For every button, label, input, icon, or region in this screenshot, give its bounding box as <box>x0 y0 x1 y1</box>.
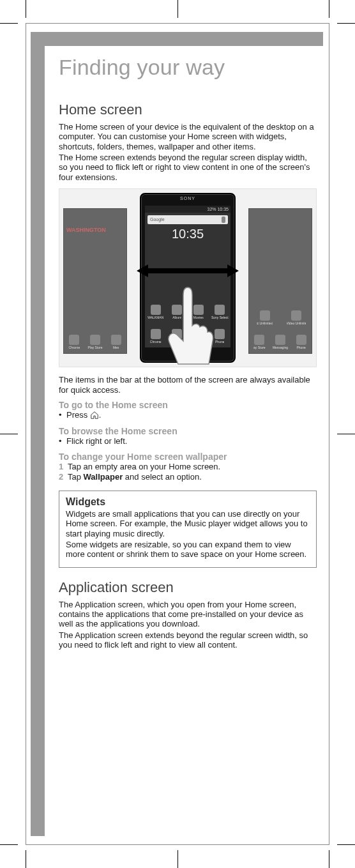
page-title: Finding your way <box>59 55 317 80</box>
right-top-app-0: ic Unlimited <box>257 321 273 325</box>
wallpaper-step-2: 2Tap Wallpaper and select an option. <box>59 472 317 482</box>
right-app-1: Messaging <box>273 346 288 349</box>
app-screen-para-2: The Application screen extends beyond th… <box>59 630 317 650</box>
app-r1-2: Movies <box>193 316 204 319</box>
goto-home-prefix: Press <box>66 410 90 420</box>
app-r1-3: Sony Select <box>211 316 229 319</box>
phone-search-bar: Google <box>147 215 228 224</box>
app-r1-0: WALKMAN <box>147 316 163 319</box>
browse-home-step: Flick right or left. <box>59 436 317 446</box>
left-app-2: Mes <box>113 346 119 349</box>
svg-marker-0 <box>137 264 239 277</box>
accent-bar-vertical <box>31 32 45 836</box>
swipe-arrows-icon <box>137 264 239 277</box>
right-top-app-1: Video Unlimited <box>287 321 306 325</box>
app-r2-2: Messaging <box>191 340 206 344</box>
home-screen-para-2: The Home screen extends beyond the regul… <box>59 153 317 182</box>
right-app-2: Phone <box>296 346 305 349</box>
illustration-right-panel: ic Unlimited Video Unlimited ay Store Me… <box>248 208 312 354</box>
browse-home-heading: To browse the Home screen <box>59 426 317 436</box>
illustration-caption: The items in the bar at the bottom of th… <box>59 375 317 395</box>
home-icon <box>90 411 99 420</box>
wallpaper-step-1: 1Tap an empty area on your Home screen. <box>59 462 317 472</box>
goto-home-step: Press . <box>59 410 317 420</box>
widgets-para-2: Some widgets are resizable, so you can e… <box>66 540 310 560</box>
illustration-phone: SONY 32% 10:35 Google 10:35 WALKMAN Albu… <box>140 193 236 363</box>
widgets-heading: Widgets <box>66 496 310 508</box>
illustration-left-label: WASHINGTON <box>66 227 106 233</box>
left-app-0: Chrome <box>68 346 80 349</box>
goto-home-heading: To go to the Home screen <box>59 400 317 410</box>
widgets-box: Widgets Widgets are small applications t… <box>59 491 317 568</box>
phone-brand: SONY <box>141 196 234 201</box>
content-area: Finding your way Home screen The Home sc… <box>59 55 317 830</box>
widgets-para-1: Widgets are small applications that you … <box>66 509 310 538</box>
microphone-icon <box>222 217 225 223</box>
app-screen-heading: Application screen <box>59 579 317 596</box>
accent-bar-horizontal <box>31 32 323 46</box>
app-screen-para-1: The Application screen, which you open f… <box>59 600 317 629</box>
app-r2-1: Play Store <box>170 340 185 344</box>
app-r1-1: Album <box>172 316 181 319</box>
app-r2-0: Chrome <box>150 340 162 344</box>
phone-search-label: Google <box>150 217 165 222</box>
app-r2-3: Phone <box>215 340 224 344</box>
phone-status-bar: 32% 10:35 <box>145 206 230 213</box>
right-app-0: ay Store <box>253 346 266 349</box>
illustration-left-panel: WASHINGTON Chrome Play Store Mes <box>63 208 127 354</box>
wallpaper-heading: To change your Home screen wallpaper <box>59 452 317 462</box>
home-screen-para-1: The Home screen of your device is the eq… <box>59 122 317 151</box>
goto-home-suffix: . <box>99 410 102 420</box>
home-screen-illustration: WASHINGTON Chrome Play Store Mes ic Unli… <box>59 188 317 367</box>
phone-clock: 10:35 <box>145 227 230 241</box>
home-screen-heading: Home screen <box>59 102 317 118</box>
left-app-1: Play Store <box>87 346 102 349</box>
